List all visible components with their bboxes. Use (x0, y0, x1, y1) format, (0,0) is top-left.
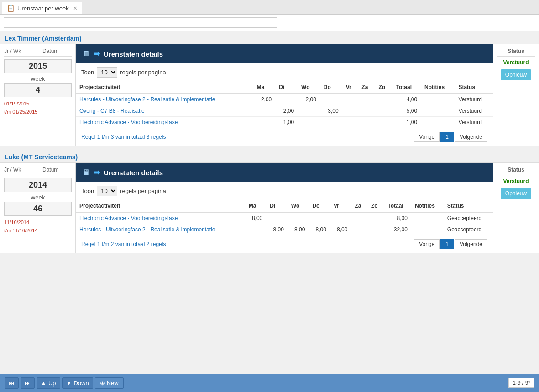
left-header-luke: Jr / Wk Datum (4, 167, 72, 175)
vr-cell (330, 212, 351, 224)
col-notities-lex: Notities (421, 81, 455, 94)
totaal-cell: 5,00 (392, 105, 421, 117)
week-box-lex: 4 (4, 83, 72, 97)
section-luke: Luke (MT Serviceteams) Jr / Wk Datum 201… (0, 150, 539, 253)
vr-cell (342, 105, 358, 117)
prev-btn-luke[interactable]: Vorige (414, 239, 440, 249)
do-cell: 8,00 (309, 224, 330, 235)
activity-cell[interactable]: Hercules - Uitvoeringfase 2 - Realisatie… (76, 94, 253, 105)
notities-cell (421, 117, 455, 128)
col-do-lex: Do (320, 81, 342, 94)
left-header-datum-luke: Datum (42, 167, 72, 173)
do-cell: 3,00 (320, 105, 342, 117)
za-cell (358, 105, 375, 117)
pag-buttons-luke: Vorige 1 Volgende (414, 239, 487, 249)
tab-bar: 📋 Urenstaat per week × (0, 0, 539, 15)
left-header-lex: Jr / Wk Datum (4, 48, 72, 57)
notities-cell (411, 212, 444, 224)
activity-cell[interactable]: Electronic Advance - Voorbereidingsfase (76, 117, 253, 128)
za-cell (351, 212, 367, 224)
pagination-info-luke: Regel 1 t/m 2 van in totaal 2 regels (81, 241, 166, 247)
section-table-lex: Jr / Wk Datum 2015 week 4 01/19/2015 t/m… (0, 44, 539, 146)
middle-col-luke: 🖥 ➡ Urenstaten details Toon 10 25 50 re (76, 163, 493, 253)
detail-title-lex: Urenstaten details (104, 50, 163, 58)
wo-cell (298, 117, 320, 128)
detail-header-icon-luke: 🖥 (82, 168, 89, 177)
vr-cell (342, 94, 358, 105)
per-page-row-lex: Toon 10 25 50 regels per pagina (76, 63, 493, 81)
per-page-select-lex[interactable]: 10 25 50 (97, 67, 117, 78)
search-bar (0, 15, 539, 31)
left-header-datum: Datum (42, 48, 72, 54)
zo-cell (375, 105, 392, 117)
prev-btn-lex[interactable]: Vorige (414, 132, 440, 142)
data-table-header-luke: Projectactiviteit Ma Di Wo Do Vr Za Zo T… (76, 200, 493, 212)
per-page-row-luke: Toon 10 25 50 regels per pagina (76, 182, 493, 200)
status-cell: Verstuurd (455, 94, 493, 105)
col-ma-luke: Ma (245, 200, 267, 212)
year-box-lex: 2015 (4, 59, 72, 73)
pag-buttons-lex: Vorige 1 Volgende (414, 132, 487, 142)
opnieuw-btn-luke[interactable]: Opnieuw (501, 188, 531, 199)
ma-cell: 2,00 (253, 94, 276, 105)
totaal-cell: 4,00 (392, 94, 421, 105)
col-projectactiviteit-lex: Projectactiviteit (76, 81, 253, 94)
per-page-text-luke: regels per pagina (120, 188, 166, 194)
col-notities-luke: Notities (411, 200, 444, 212)
activity-cell[interactable]: Hercules - Uitvoeringfase 2 - Realisatie… (76, 224, 245, 235)
pagination-row-lex: Regel 1 t/m 3 van in totaal 3 regels Vor… (76, 128, 493, 146)
col-do-luke: Do (309, 200, 330, 212)
notities-cell (421, 94, 455, 105)
table-row: Hercules - Uitvoeringfase 2 - Realisatie… (76, 94, 493, 105)
activity-cell[interactable]: Electronic Advance - Voorbereidingsfase (76, 212, 245, 224)
search-input[interactable] (4, 17, 277, 28)
wo-cell (288, 212, 309, 224)
wo-cell: 2,00 (298, 94, 320, 105)
left-col-luke: Jr / Wk Datum 2014 week 46 11/10/2014 t/… (0, 163, 76, 253)
page-btn-luke[interactable]: 1 (440, 239, 454, 249)
section-lex: Lex Timmer (Amsterdam) Jr / Wk Datum 201… (0, 31, 539, 146)
table-row: Electronic Advance - Voorbereidingsfase8… (76, 212, 493, 224)
table-row: Electronic Advance - Voorbereidingsfase1… (76, 117, 493, 128)
pagination-info-lex: Regel 1 t/m 3 van in totaal 3 regels (81, 134, 166, 140)
activity-cell[interactable]: Overig - C7 B8 - Realisatie (76, 105, 253, 117)
col-ma-lex: Ma (253, 81, 276, 94)
notities-cell (411, 224, 444, 235)
do-cell (320, 94, 342, 105)
vr-cell: 8,00 (330, 224, 351, 235)
arrow-icon-lex: ➡ (93, 49, 100, 59)
urenstaat-tab[interactable]: 📋 Urenstaat per week × (2, 2, 82, 14)
opnieuw-btn-lex[interactable]: Opnieuw (501, 69, 531, 80)
status-cell: Verstuurd (455, 117, 493, 128)
di-cell: 2,00 (275, 105, 298, 117)
week-label-luke: week (4, 194, 72, 201)
next-btn-luke[interactable]: Volgende (455, 239, 487, 249)
date-range-lex: 01/19/2015 t/m 01/25/2015 (4, 100, 72, 116)
tab-icon: 📋 (7, 5, 15, 12)
col-vr-luke: Vr (330, 200, 351, 212)
di-cell: 8,00 (266, 224, 288, 235)
left-col-lex: Jr / Wk Datum 2015 week 4 01/19/2015 t/m… (0, 44, 76, 146)
date-from-luke: 11/10/2014 (4, 220, 29, 225)
per-page-select-luke[interactable]: 10 25 50 (97, 186, 117, 196)
tab-close-button[interactable]: × (73, 5, 77, 12)
col-wo-luke: Wo (288, 200, 309, 212)
date-from-lex: 01/19/2015 (4, 101, 29, 106)
middle-col-lex: 🖥 ➡ Urenstaten details Toon 10 25 50 re (76, 44, 493, 146)
ma-cell (253, 105, 276, 117)
page-btn-lex[interactable]: 1 (440, 132, 454, 142)
person-name-luke: Luke (MT Serviceteams) (5, 153, 78, 161)
next-btn-lex[interactable]: Volgende (455, 132, 487, 142)
right-col-header-lex: Status (497, 48, 535, 57)
di-cell (275, 94, 298, 105)
right-col-lex: Status Verstuurd Opnieuw (493, 44, 539, 146)
col-vr-lex: Vr (342, 81, 358, 94)
wo-cell (298, 105, 320, 117)
arrow-icon-luke: ➡ (93, 167, 100, 178)
data-table-lex: Projectactiviteit Ma Di Wo Do Vr Za Zo T… (76, 81, 493, 128)
zo-cell (367, 224, 384, 235)
totaal-cell: 1,00 (392, 117, 421, 128)
status-cell: Verstuurd (455, 105, 493, 117)
notities-cell (421, 105, 455, 117)
col-status-luke: Status (444, 200, 493, 212)
